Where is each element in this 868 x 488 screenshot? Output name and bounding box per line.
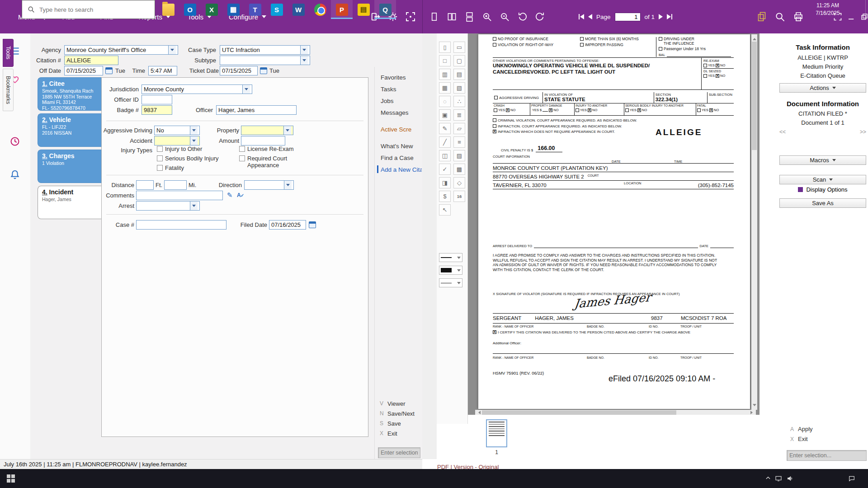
- form-checkbox[interactable]: Required Court Appearance: [239, 155, 294, 169]
- rounded-rectangle-tool[interactable]: ▢: [453, 55, 465, 66]
- accident-select[interactable]: [154, 136, 200, 145]
- tray-display-icon[interactable]: [775, 475, 782, 482]
- nav-link[interactable]: Active Scre: [377, 123, 422, 135]
- grid-stamp-tool[interactable]: ▦: [439, 82, 451, 94]
- citation-number-input[interactable]: ALLEIGE: [64, 56, 118, 65]
- history-clock-icon[interactable]: [9, 136, 21, 147]
- highlight-tool[interactable]: ◨: [439, 177, 451, 188]
- vertical-scrollbar[interactable]: [751, 34, 757, 410]
- word-icon[interactable]: W: [288, 0, 309, 19]
- selection-input[interactable]: [378, 447, 420, 458]
- chevron-down-icon[interactable]: [242, 85, 250, 94]
- presentation-mode-icon[interactable]: [405, 11, 416, 22]
- nav-link[interactable]: Find a Case: [377, 152, 422, 164]
- next-page-button[interactable]: [659, 14, 663, 19]
- filled-stamp-tool[interactable]: ▣: [439, 109, 451, 121]
- scroll-up-arrow[interactable]: [753, 36, 756, 40]
- page-number-input[interactable]: [615, 13, 641, 21]
- outlook-icon[interactable]: O: [179, 0, 201, 19]
- rotate-right-icon[interactable]: [535, 12, 545, 22]
- previous-document-button[interactable]: <<: [779, 129, 786, 135]
- citation-page[interactable]: NO PROOF OF INSURANCE VIOLATION OF RIGHT…: [478, 34, 750, 409]
- case-type-select[interactable]: UTC Infraction: [220, 45, 310, 55]
- two-page-tool[interactable]: ▭: [453, 42, 465, 53]
- skype-icon[interactable]: S: [266, 0, 288, 19]
- scroll-down-arrow[interactable]: [753, 404, 756, 408]
- direction-select[interactable]: [244, 180, 294, 190]
- currency-stamp-tool[interactable]: $: [439, 191, 451, 202]
- zoom-in-icon[interactable]: [482, 12, 492, 22]
- chevron-down-icon[interactable]: [284, 181, 292, 189]
- badge-number-input[interactable]: 9837: [142, 105, 172, 115]
- case-number-input[interactable]: [136, 220, 226, 230]
- form-checkbox[interactable]: Fatality: [157, 164, 219, 171]
- nav-link[interactable]: Messages: [377, 107, 422, 118]
- continuous-view-icon[interactable]: [464, 12, 475, 22]
- print-icon[interactable]: [793, 11, 804, 22]
- text-block-tool[interactable]: ≣: [453, 109, 465, 121]
- display-options-button[interactable]: Display Options: [779, 186, 866, 193]
- case-section-tab[interactable]: 1. Citee Smoak, Shanquita Rach 1885 NW 5…: [38, 77, 102, 111]
- command-shortcut[interactable]: V Viewer: [380, 399, 415, 408]
- ellipse-tool[interactable]: ◌: [439, 96, 451, 107]
- taskbar-search[interactable]: [22, 0, 155, 19]
- off-date-input[interactable]: 07/15/2025: [64, 66, 103, 75]
- date-stamp-tool[interactable]: 16: [453, 191, 465, 202]
- chrome-icon[interactable]: [309, 0, 331, 19]
- teams-icon[interactable]: T: [244, 0, 266, 19]
- dots-tool[interactable]: ∴: [453, 96, 465, 107]
- previous-page-button[interactable]: [588, 14, 592, 19]
- scroll-right-arrow[interactable]: [750, 411, 755, 414]
- show-desktop-button[interactable]: [865, 0, 868, 19]
- tray-chevron-up-icon[interactable]: [765, 475, 771, 481]
- spell-check-icon[interactable]: A✓: [236, 191, 245, 199]
- notifications-bell-icon[interactable]: [9, 169, 21, 181]
- actions-button[interactable]: Actions: [779, 83, 866, 93]
- excel-icon[interactable]: X: [201, 0, 222, 19]
- comments-input[interactable]: [136, 191, 223, 200]
- calendar-icon[interactable]: [309, 221, 316, 228]
- minimize-window-icon[interactable]: [847, 13, 855, 21]
- aggressive-driving-select[interactable]: No: [154, 126, 200, 135]
- edit-note-icon[interactable]: ✎: [226, 191, 234, 199]
- calendar-icon[interactable]: [105, 67, 113, 74]
- scrollbar-thumb[interactable]: [482, 410, 676, 415]
- filed-date-input[interactable]: 07/16/2025: [269, 220, 306, 230]
- bookmarks-side-tab[interactable]: Bookmarks: [3, 69, 14, 111]
- duplicate-pages-icon[interactable]: [756, 11, 767, 22]
- subtype-select[interactable]: [220, 56, 310, 65]
- document-canvas[interactable]: NO PROOF OF INSURANCE VIOLATION OF RIGHT…: [468, 33, 760, 415]
- tools-side-tab[interactable]: Tools: [3, 39, 14, 67]
- polygon-tool[interactable]: ▱: [453, 123, 465, 134]
- scroll-left-arrow[interactable]: [476, 411, 481, 414]
- checkbox-box[interactable]: [157, 146, 163, 152]
- macros-button[interactable]: Macros: [779, 155, 866, 165]
- property-select[interactable]: [241, 126, 293, 135]
- freehand-tool[interactable]: ≡: [453, 136, 465, 148]
- form-checkbox[interactable]: License Re-Exam: [239, 145, 294, 152]
- amount-input[interactable]: [241, 136, 285, 145]
- save-as-button[interactable]: Save As: [779, 198, 866, 208]
- single-page-view-icon[interactable]: [429, 12, 439, 22]
- approve-stamp-tool[interactable]: ✓: [439, 164, 451, 175]
- agency-select[interactable]: Monroe County Sheriff's Office: [64, 45, 178, 55]
- time-input[interactable]: 5:47 AM: [148, 66, 177, 75]
- scrollbar-thumb[interactable]: [752, 42, 757, 150]
- apply-command[interactable]: A Apply: [790, 426, 813, 432]
- lined-stamp-tool[interactable]: ▥: [439, 69, 451, 80]
- officer-name-input[interactable]: Hager, James: [216, 105, 297, 115]
- checkbox-box[interactable]: [157, 155, 163, 161]
- shade-stamp-tool[interactable]: ▩: [453, 164, 465, 175]
- data-app-icon[interactable]: ▦: [222, 0, 244, 19]
- tray-clock[interactable]: 11:25 AM 7/16/2025: [810, 2, 845, 17]
- line-tool[interactable]: ╱: [439, 136, 451, 148]
- nav-link[interactable]: Tasks: [377, 83, 422, 95]
- distance-ft-input[interactable]: [136, 180, 154, 190]
- page-thumbnail[interactable]: [486, 419, 507, 447]
- checkbox-box[interactable]: [239, 146, 245, 152]
- nav-link[interactable]: Jobs: [377, 95, 422, 107]
- start-button[interactable]: [0, 469, 22, 488]
- ticket-date-input[interactable]: 07/15/2025: [220, 66, 258, 75]
- file-explorer-icon[interactable]: [157, 0, 179, 19]
- distance-mi-input[interactable]: [164, 180, 187, 190]
